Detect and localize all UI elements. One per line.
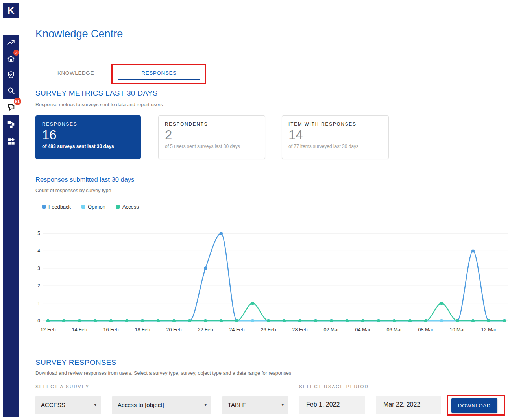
svg-text:18 Feb: 18 Feb: [135, 327, 150, 333]
start-date-value: Feb 1, 2022: [306, 401, 340, 408]
home-icon: [7, 54, 15, 63]
logo-letter: K: [7, 5, 14, 16]
metric-value: 16: [42, 128, 134, 142]
metric-value: 2: [165, 128, 259, 142]
svg-text:04 Mar: 04 Mar: [355, 327, 371, 333]
chart-title: Responses submitted last 30 days: [35, 176, 134, 183]
home-badge: 2: [13, 50, 19, 56]
metric-value: 14: [288, 128, 382, 142]
svg-text:24 Feb: 24 Feb: [229, 327, 245, 333]
legend-label: Access: [122, 204, 139, 210]
svg-text:08 Mar: 08 Mar: [418, 327, 434, 333]
svg-text:26 Feb: 26 Feb: [261, 327, 276, 333]
legend-label: Feedback: [48, 204, 71, 210]
metric-label: ITEM WITH RESPONSES: [288, 122, 382, 126]
metric-caption: of 5 users sent surveys last 30 days: [165, 144, 259, 149]
legend-label: Opinion: [88, 204, 105, 210]
legend-item-feedback[interactable]: Feedback: [42, 204, 71, 210]
metrics-subheading: Response metrics to surveys sent to data…: [35, 102, 163, 107]
tab-responses[interactable]: RESPONSES: [116, 67, 202, 79]
responses-line-chart: 01234512 Feb14 Feb16 Feb18 Feb20 Feb22 F…: [34, 228, 508, 335]
sitemap-icon: [7, 120, 15, 129]
page-title: Knowledge Centre: [35, 28, 123, 40]
sidebar-item-shield[interactable]: [3, 67, 19, 83]
chevron-down-icon: ▾: [281, 402, 284, 407]
sidebar-item-home[interactable]: 2: [3, 51, 19, 67]
survey-select[interactable]: Access to [object] ▾: [112, 396, 211, 414]
legend-item-access[interactable]: Access: [116, 204, 139, 210]
trending-up-icon: [7, 38, 15, 47]
legend-item-opinion[interactable]: Opinion: [81, 204, 105, 210]
survey-responses-heading: SURVEY RESPONSES: [35, 358, 116, 367]
sidebar-item-search[interactable]: [3, 83, 19, 98]
svg-text:16 Feb: 16 Feb: [103, 327, 119, 333]
select-survey-label: SELECT A SURVEY: [35, 384, 89, 389]
svg-text:0: 0: [37, 318, 40, 324]
start-date-field[interactable]: Feb 1, 2022: [299, 396, 365, 414]
chevron-down-icon: ▾: [204, 402, 207, 407]
svg-text:22 Feb: 22 Feb: [198, 327, 213, 333]
download-button[interactable]: DOWNLOAD: [451, 398, 497, 413]
page: K 2 51 Knowledge Centre KNOWLEDGE RESPON…: [0, 0, 510, 420]
svg-text:14 Feb: 14 Feb: [72, 327, 87, 333]
sidebar: 2 51: [3, 35, 19, 417]
sidebar-item-messages[interactable]: 51: [3, 99, 19, 115]
metric-label: RESPONDENTS: [165, 122, 259, 126]
svg-text:28 Feb: 28 Feb: [292, 327, 308, 333]
chart-legend: Feedback Opinion Access: [42, 204, 139, 210]
svg-text:20 Feb: 20 Feb: [166, 327, 182, 333]
sidebar-item-dashboard[interactable]: [3, 133, 19, 149]
metric-card-responses[interactable]: RESPONSES 16 of 483 surveys sent last 30…: [35, 115, 141, 159]
sidebar-item-trending[interactable]: [3, 35, 19, 50]
dashboard-icon: [7, 137, 15, 146]
object-type-value: TABLE: [228, 401, 246, 408]
end-date-value: Mar 22, 2022: [383, 401, 420, 408]
legend-dot-opinion: [81, 205, 85, 209]
survey-value: Access to [object]: [118, 401, 164, 408]
app-logo[interactable]: K: [3, 3, 19, 18]
search-icon: [7, 86, 15, 95]
object-type-select[interactable]: TABLE ▾: [222, 396, 288, 414]
svg-text:3: 3: [37, 266, 40, 271]
tab-knowledge[interactable]: KNOWLEDGE: [35, 67, 116, 79]
usage-period-label: SELECT USAGE PERIOD: [299, 384, 369, 389]
survey-type-select[interactable]: ACCESS ▾: [35, 396, 101, 414]
messages-icon: [7, 103, 15, 111]
metric-label: RESPONSES: [42, 122, 134, 126]
legend-dot-feedback: [42, 205, 46, 209]
svg-text:4: 4: [37, 248, 40, 253]
metric-card-items[interactable]: ITEM WITH RESPONSES 14 of 77 items surve…: [282, 115, 389, 159]
active-tab-underline: [118, 79, 200, 80]
messages-badge: 51: [14, 98, 21, 105]
svg-text:12 Feb: 12 Feb: [41, 327, 56, 333]
svg-text:5: 5: [37, 231, 40, 236]
sidebar-item-sitemap[interactable]: [3, 117, 19, 132]
svg-text:06 Mar: 06 Mar: [387, 327, 402, 333]
survey-type-value: ACCESS: [41, 401, 65, 408]
end-date-field[interactable]: Mar 22, 2022: [376, 396, 441, 414]
chart-subtitle: Count of responses by survey type: [35, 188, 111, 193]
metric-card-respondents[interactable]: RESPONDENTS 2 of 5 users sent surveys la…: [158, 115, 265, 159]
svg-text:02 Mar: 02 Mar: [324, 327, 339, 333]
svg-text:12 Mar: 12 Mar: [481, 327, 497, 333]
svg-text:2: 2: [37, 283, 40, 289]
shield-check-icon: [7, 70, 15, 79]
survey-responses-subheading: Download and review responses from users…: [35, 370, 291, 376]
legend-dot-access: [116, 205, 120, 209]
chevron-down-icon: ▾: [94, 402, 96, 407]
svg-text:10 Mar: 10 Mar: [450, 327, 465, 333]
metric-caption: of 483 surveys sent last 30 days: [42, 144, 134, 149]
metric-caption: of 77 items surveyed last 30 days: [288, 144, 382, 149]
svg-text:1: 1: [37, 301, 40, 306]
metrics-heading: SURVEY METRICS LAST 30 DAYS: [35, 89, 158, 98]
